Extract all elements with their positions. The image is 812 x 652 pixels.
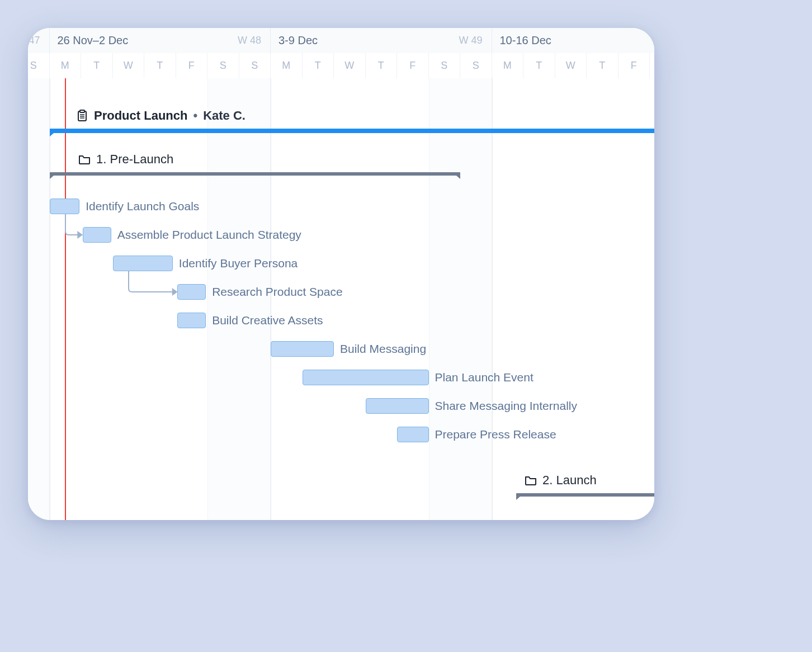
day-cell[interactable]: T <box>366 53 398 78</box>
week-cell[interactable]: 47 <box>28 28 50 53</box>
clipboard-icon <box>76 110 88 122</box>
task-label: Plan Launch Event <box>435 371 534 384</box>
task-bar-event[interactable]: Plan Launch Event <box>303 370 429 385</box>
svg-rect-1 <box>80 110 84 112</box>
day-cell[interactable]: F <box>397 53 429 78</box>
week-row: 4726 Nov–2 DecW 483-9 DecW 4910-16 Dec <box>28 28 654 53</box>
folder-icon <box>78 153 91 166</box>
week-separator <box>50 78 50 520</box>
group-bar-launch[interactable] <box>516 493 654 499</box>
day-cell[interactable]: W <box>113 53 145 78</box>
day-row: SMTWTFSSMTWTFSSMTWTFS <box>28 53 654 78</box>
task-label: Build Creative Assets <box>212 314 323 327</box>
weekend-column <box>429 78 492 520</box>
day-cell[interactable]: W <box>334 53 366 78</box>
week-range-label: 3-9 Dec <box>278 34 318 47</box>
week-cell[interactable]: 26 Nov–2 DecW 48 <box>50 28 271 53</box>
week-number-label: W 49 <box>459 35 482 46</box>
day-cell[interactable]: F <box>176 53 208 78</box>
task-bar-goals[interactable]: Identify Launch Goals <box>50 199 80 214</box>
project-name: Product Launch <box>94 108 187 123</box>
week-range-label: 10-16 Dec <box>500 34 551 47</box>
day-cell[interactable]: M <box>271 53 303 78</box>
task-label: Build Messaging <box>340 342 426 356</box>
day-cell[interactable]: S <box>28 53 50 78</box>
task-label: Prepare Press Release <box>435 428 556 441</box>
week-number-label: W 48 <box>238 35 261 46</box>
day-cell[interactable]: S <box>239 53 271 78</box>
day-cell[interactable]: T <box>303 53 334 78</box>
task-bar-strategy[interactable]: Assemble Product Launch Strategy <box>83 227 111 243</box>
task-label: Share Messaging Internally <box>435 399 577 413</box>
week-cell[interactable]: 10-16 Dec <box>492 28 655 53</box>
week-number-label: 47 <box>29 35 40 46</box>
task-bar-assets[interactable]: Build Creative Assets <box>177 313 206 328</box>
week-separator <box>271 78 271 520</box>
day-cell[interactable]: M <box>50 53 82 78</box>
task-label: Identify Launch Goals <box>86 200 199 213</box>
week-range-label: 26 Nov–2 Dec <box>58 34 129 47</box>
dependency-arrow <box>126 269 183 299</box>
task-label: Research Product Space <box>212 285 342 299</box>
task-label: Assemble Product Launch Strategy <box>117 228 301 242</box>
day-cell[interactable]: T <box>523 53 555 78</box>
day-cell[interactable]: S <box>650 53 654 78</box>
group-label: 2. Launch <box>542 473 597 488</box>
task-bar-press[interactable]: Prepare Press Release <box>397 427 429 442</box>
day-cell[interactable]: W <box>555 53 587 78</box>
task-bar-persona[interactable]: Identify Buyer Persona <box>113 256 173 271</box>
day-cell[interactable]: M <box>492 53 524 78</box>
project-title-row[interactable]: Product Launch • Kate C. <box>76 108 246 123</box>
timeline-header: 4726 Nov–2 DecW 483-9 DecW 4910-16 Dec S… <box>28 28 654 78</box>
day-cell[interactable]: T <box>81 53 113 78</box>
task-bar-research[interactable]: Research Product Space <box>177 284 206 300</box>
gantt-window: 4726 Nov–2 DecW 483-9 DecW 4910-16 Dec S… <box>28 28 654 520</box>
week-separator <box>492 78 493 520</box>
project-bar[interactable] <box>50 129 655 134</box>
day-cell[interactable]: T <box>144 53 176 78</box>
day-cell[interactable]: S <box>207 53 239 78</box>
group-label: 1. Pre-Launch <box>96 152 173 167</box>
weekend-column <box>28 78 50 520</box>
group-bar-prelaunch[interactable] <box>50 172 461 178</box>
group-title-launch[interactable]: 2. Launch <box>525 473 597 488</box>
today-line <box>65 78 66 520</box>
task-bar-messaging[interactable]: Build Messaging <box>271 341 334 357</box>
group-title-prelaunch[interactable]: 1. Pre-Launch <box>78 152 173 167</box>
project-owner: Kate C. <box>203 108 246 123</box>
gantt-body[interactable]: Product Launch • Kate C. 1. Pre-Launch2.… <box>28 78 654 520</box>
week-cell[interactable]: 3-9 DecW 49 <box>271 28 492 53</box>
separator-dot: • <box>193 108 197 123</box>
day-cell[interactable]: S <box>460 53 492 78</box>
task-bar-share[interactable]: Share Messaging Internally <box>366 398 429 414</box>
day-cell[interactable]: S <box>429 53 461 78</box>
folder-icon <box>525 474 537 486</box>
task-label: Identify Buyer Persona <box>179 257 298 270</box>
day-cell[interactable]: T <box>587 53 619 78</box>
weekend-column <box>207 78 271 520</box>
day-cell[interactable]: F <box>619 53 650 78</box>
